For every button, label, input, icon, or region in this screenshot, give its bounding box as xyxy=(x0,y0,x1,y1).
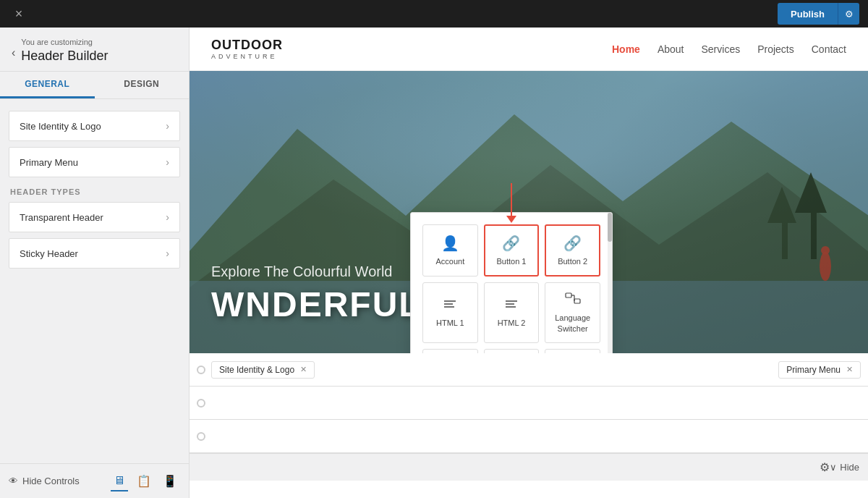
html2-icon xyxy=(504,297,519,313)
button1-label: Button 1 xyxy=(497,256,527,266)
chevron-down-icon: ∨ xyxy=(830,462,837,473)
device-icons: 🖥 📋 📱 xyxy=(111,471,180,491)
chevron-right-icon-4: › xyxy=(166,248,169,259)
arrow-head xyxy=(506,216,516,223)
preview-area: OUTDOOR ADVENTURE Home About Services Pr… xyxy=(190,28,868,498)
sidebar-tabs: GENERAL DESIGN xyxy=(0,72,189,99)
back-button[interactable]: ‹ xyxy=(12,46,15,59)
account-icon: 👤 xyxy=(441,235,459,252)
primary-menu-chip-label: Primary Menu xyxy=(786,365,841,375)
site-identity-chip[interactable]: Site Identity & Logo ✕ xyxy=(211,361,315,379)
language-switcher-label: Language Switcher xyxy=(551,313,594,334)
sidebar-item-primary-menu[interactable]: Primary Menu › xyxy=(9,147,180,177)
builder-area: Site Identity & Logo ✕ Primary Menu ✕ xyxy=(190,353,868,453)
transparent-header-label: Transparent Header xyxy=(20,212,103,223)
site-identity-chip-close[interactable]: ✕ xyxy=(300,365,307,374)
button2-icon: 🔗 xyxy=(563,235,582,252)
popup-item-toggle-button[interactable]: Toggle Button xyxy=(484,349,540,353)
tab-design[interactable]: DESIGN xyxy=(95,72,190,98)
nav-projects[interactable]: Projects xyxy=(757,43,794,55)
site-identity-label: Site Identity & Logo xyxy=(20,121,101,132)
chevron-right-icon-3: › xyxy=(166,211,169,223)
tablet-device-button[interactable]: 📋 xyxy=(134,471,154,491)
hide-controls-label: Hide Controls xyxy=(22,476,80,486)
hide-controls-button[interactable]: 👁 Hide Controls xyxy=(9,476,80,486)
popup-item-button1[interactable]: 🔗 Button 1 xyxy=(484,224,540,277)
site-identity-chip-label: Site Identity & Logo xyxy=(219,365,294,375)
mobile-icon: 📱 xyxy=(163,475,177,487)
popup-scrollbar[interactable] xyxy=(608,213,612,353)
sidebar: ‹ You are customizing Header Builder GEN… xyxy=(0,28,190,498)
svg-rect-16 xyxy=(566,293,571,297)
desktop-icon: 🖥 xyxy=(114,474,125,486)
popup-item-search[interactable]: Search xyxy=(545,349,600,353)
customizing-title: Header Builder xyxy=(21,48,177,64)
sidebar-header: ‹ You are customizing Header Builder xyxy=(0,28,189,72)
account-label: Account xyxy=(435,256,464,266)
hero-area: Explore The Colourful World WNDERFUL GIF… xyxy=(190,71,868,353)
main-area: ‹ You are customizing Header Builder GEN… xyxy=(0,28,868,498)
primary-menu-chip-close[interactable]: ✕ xyxy=(846,365,853,374)
sidebar-footer: 👁 Hide Controls 🖥 📋 📱 xyxy=(0,463,189,498)
close-button[interactable]: × xyxy=(9,4,29,24)
site-nav: Home About Services Projects Contact xyxy=(612,43,846,55)
row-dot-3 xyxy=(197,432,205,441)
top-bar: × Publish ⚙ xyxy=(0,0,868,28)
popup-item-html1[interactable]: HTML 1 xyxy=(422,282,478,343)
hide-label: Hide xyxy=(840,462,859,473)
sidebar-title-block: You are customizing Header Builder xyxy=(21,38,177,64)
popup-item-language-switcher[interactable]: Language Switcher xyxy=(545,282,600,343)
preview-site-header: OUTDOOR ADVENTURE Home About Services Pr… xyxy=(190,28,868,71)
customizing-label: You are customizing xyxy=(21,38,177,46)
nav-about[interactable]: About xyxy=(658,43,684,55)
bottom-hide-button[interactable]: ∨ Hide xyxy=(830,462,859,473)
chevron-right-icon-2: › xyxy=(166,156,169,168)
row-dot-2 xyxy=(197,399,205,408)
button1-icon: 🔗 xyxy=(502,235,520,252)
popup-item-button2[interactable]: 🔗 Button 2 xyxy=(545,224,600,277)
svg-rect-17 xyxy=(574,299,580,303)
site-logo: OUTDOOR ADVENTURE xyxy=(211,38,283,60)
sticky-header-label: Sticky Header xyxy=(20,248,78,259)
builder-row-2 xyxy=(190,387,868,420)
sidebar-content: Site Identity & Logo › Primary Menu › HE… xyxy=(0,99,189,463)
popup-item-html2[interactable]: HTML 2 xyxy=(484,282,540,343)
popup-grid: 👤 Account 🔗 Button 1 🔗 Button 2 xyxy=(422,224,600,353)
html2-label: HTML 2 xyxy=(498,318,526,328)
button2-label: Button 2 xyxy=(558,256,587,266)
site-tagline: ADVENTURE xyxy=(211,53,283,60)
builder-row-1: Site Identity & Logo ✕ Primary Menu ✕ xyxy=(190,353,868,387)
language-switcher-icon xyxy=(565,292,581,308)
popup-item-secondary-menu[interactable]: Secondary Menu xyxy=(422,349,478,353)
html1-label: HTML 1 xyxy=(436,318,464,328)
tablet-icon: 📋 xyxy=(137,475,151,487)
nav-home[interactable]: Home xyxy=(612,43,640,55)
sidebar-item-sticky-header[interactable]: Sticky Header › xyxy=(9,238,180,269)
row-dot-1 xyxy=(197,366,205,374)
eye-icon: 👁 xyxy=(9,476,18,486)
sidebar-item-site-identity[interactable]: Site Identity & Logo › xyxy=(9,111,180,141)
popup-arrow-container xyxy=(506,183,516,223)
arrow-line xyxy=(511,183,512,216)
desktop-device-button[interactable]: 🖥 xyxy=(111,471,128,491)
popup-item-account[interactable]: 👤 Account xyxy=(422,224,478,277)
builder-row-3 xyxy=(190,420,868,453)
header-types-label: HEADER TYPES xyxy=(10,187,180,196)
tab-general[interactable]: GENERAL xyxy=(0,72,95,98)
publish-button[interactable]: Publish xyxy=(778,3,838,25)
nav-services[interactable]: Services xyxy=(701,43,740,55)
popup-panel: 👤 Account 🔗 Button 1 🔗 Button 2 xyxy=(410,212,613,353)
chevron-right-icon: › xyxy=(166,120,169,132)
sidebar-item-transparent-header[interactable]: Transparent Header › xyxy=(9,202,180,232)
mobile-device-button[interactable]: 📱 xyxy=(160,471,180,491)
site-name: OUTDOOR xyxy=(211,38,283,53)
primary-menu-label: Primary Menu xyxy=(20,157,78,168)
bottom-footer-bar: ⚙ ∨ Hide xyxy=(190,453,868,481)
nav-contact[interactable]: Contact xyxy=(812,43,846,55)
publish-group: Publish ⚙ xyxy=(778,3,859,25)
primary-menu-chip[interactable]: Primary Menu ✕ xyxy=(778,361,861,379)
publish-settings-button[interactable]: ⚙ xyxy=(838,3,859,25)
html1-icon xyxy=(443,297,457,313)
bottom-settings-button[interactable]: ⚙ xyxy=(820,460,830,474)
popup-overlay: 👤 Account 🔗 Button 1 🔗 Button 2 xyxy=(190,71,868,353)
